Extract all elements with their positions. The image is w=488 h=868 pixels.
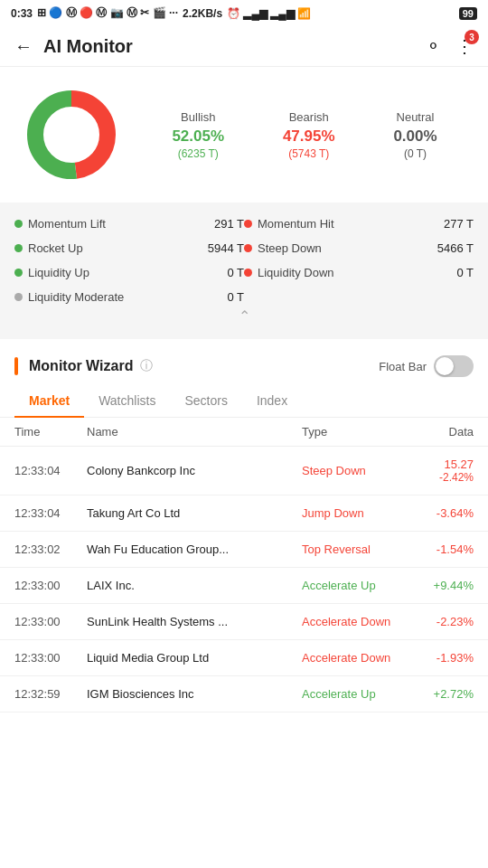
stat-row: Liquidity Down 0 T bbox=[244, 266, 474, 279]
stat-value: 277 T bbox=[444, 217, 474, 231]
info-icon[interactable]: ⓘ bbox=[140, 358, 153, 374]
search-button[interactable]: ⚬ bbox=[426, 35, 441, 57]
stat-label: Rocket Up bbox=[28, 241, 202, 255]
col-name: Name bbox=[87, 425, 302, 439]
stat-dot bbox=[244, 269, 252, 277]
table-row[interactable]: 12:33:02 Wah Fu Education Group... Top R… bbox=[0, 532, 488, 568]
tab-market[interactable]: Market bbox=[14, 384, 84, 417]
table-body: 12:33:04 Colony Bankcorp Inc Steep Down … bbox=[0, 447, 488, 712]
cell-type: Accelerate Down bbox=[302, 615, 401, 628]
neutral-label: Neutral bbox=[393, 110, 436, 124]
wizard-title-wrap: Monitor Wizard ⓘ bbox=[14, 357, 153, 375]
stat-dot bbox=[14, 220, 23, 228]
stat-value: 0 T bbox=[227, 266, 244, 279]
cell-name: Liquid Media Group Ltd bbox=[87, 651, 302, 665]
stat-row: Rocket Up 5944 T bbox=[14, 241, 244, 255]
stat-label: Liquidity Moderate bbox=[28, 290, 221, 304]
cell-name: Takung Art Co Ltd bbox=[87, 506, 302, 520]
cell-time: 12:33:00 bbox=[14, 615, 87, 628]
wizard-header: Monitor Wizard ⓘ Float Bar bbox=[0, 343, 488, 384]
stat-value: 5944 T bbox=[208, 241, 244, 255]
app-header: ← AI Monitor ⚬ ⋮ 3 bbox=[0, 26, 488, 67]
table-row[interactable]: 12:33:00 Liquid Media Group Ltd Accelera… bbox=[0, 640, 488, 676]
neutral-sub: (0 T) bbox=[393, 147, 436, 160]
col-time: Time bbox=[14, 425, 87, 439]
cell-data: -1.93% bbox=[401, 651, 474, 665]
status-signal: ⏰ ▂▄▆ ▂▄▆ 📶 bbox=[227, 7, 311, 20]
chart-legend: Bullish 52.05% (6235 T) Bearish 47.95% (… bbox=[143, 110, 466, 160]
legend-neutral: Neutral 0.00% (0 T) bbox=[393, 110, 436, 160]
table-row[interactable]: 12:33:00 LAIX Inc. Accelerate Up +9.44% bbox=[0, 568, 488, 604]
stat-value: 0 T bbox=[456, 266, 474, 279]
stat-label: Liquidity Down bbox=[258, 266, 451, 279]
cell-type: Accelerate Up bbox=[302, 579, 401, 592]
cell-name: Colony Bankcorp Inc bbox=[87, 464, 302, 477]
bearish-label: Bearish bbox=[283, 110, 335, 124]
cell-name: LAIX Inc. bbox=[87, 579, 302, 592]
page-title: AI Monitor bbox=[43, 36, 426, 57]
tab-sectors[interactable]: Sectors bbox=[170, 384, 241, 417]
cell-time: 12:33:04 bbox=[14, 464, 87, 477]
legend-bearish: Bearish 47.95% (5743 T) bbox=[283, 110, 335, 160]
stat-dot bbox=[14, 244, 23, 252]
col-type: Type bbox=[302, 425, 401, 439]
stat-value: 291 T bbox=[214, 217, 244, 231]
neutral-pct: 0.00% bbox=[393, 127, 436, 146]
stat-label: Momentum Lift bbox=[28, 217, 209, 231]
table-row[interactable]: 12:33:00 SunLink Health Systems ... Acce… bbox=[0, 604, 488, 640]
cell-type: Top Reversal bbox=[302, 542, 401, 556]
back-button[interactable]: ← bbox=[14, 36, 33, 57]
stat-row: Momentum Lift 291 T bbox=[14, 217, 244, 231]
data-sub: -2.42% bbox=[439, 471, 474, 484]
legend-bullish: Bullish 52.05% (6235 T) bbox=[172, 110, 224, 160]
cell-type: Jump Down bbox=[302, 506, 401, 520]
stats-grid: Momentum Lift 291 T Momentum Hit 277 T R… bbox=[14, 217, 474, 304]
collapse-button[interactable]: ⌃ bbox=[14, 304, 474, 325]
cell-type: Steep Down bbox=[302, 464, 401, 477]
data-main: 15.27 bbox=[444, 458, 474, 471]
status-bar: 0:33 ⊞ 🔵 Ⓜ 🔴 Ⓜ 📷 Ⓜ ✂ 🎬 ··· 2.2KB/s ⏰ ▂▄▆… bbox=[0, 0, 488, 26]
bullish-pct: 52.05% bbox=[172, 127, 224, 146]
tab-watchlists[interactable]: Watchlists bbox=[84, 384, 170, 417]
float-bar-wrap: Float Bar bbox=[379, 355, 474, 377]
stat-dot bbox=[14, 293, 23, 301]
col-data: Data bbox=[401, 425, 474, 439]
svg-point-2 bbox=[46, 109, 97, 160]
cell-data: -3.64% bbox=[401, 506, 474, 520]
header-actions: ⚬ ⋮ 3 bbox=[426, 35, 474, 57]
stat-row: Steep Down 5466 T bbox=[244, 241, 474, 255]
table-row[interactable]: 12:33:04 Takung Art Co Ltd Jump Down -3.… bbox=[0, 495, 488, 532]
table-row[interactable]: 12:33:04 Colony Bankcorp Inc Steep Down … bbox=[0, 447, 488, 495]
more-options-button[interactable]: ⋮ 3 bbox=[455, 35, 474, 57]
stat-dot bbox=[244, 220, 252, 228]
tab-index[interactable]: Index bbox=[242, 384, 302, 417]
stat-row: Momentum Hit 277 T bbox=[244, 217, 474, 231]
stat-placeholder bbox=[244, 290, 474, 304]
cell-data: +2.72% bbox=[401, 687, 474, 701]
status-time: 0:33 bbox=[11, 7, 33, 20]
cell-data: +9.44% bbox=[401, 579, 474, 592]
cell-time: 12:33:00 bbox=[14, 651, 87, 665]
wizard-title: Monitor Wizard bbox=[29, 358, 133, 374]
cell-time: 12:33:00 bbox=[14, 579, 87, 592]
stat-value: 0 T bbox=[227, 290, 244, 304]
cell-name: SunLink Health Systems ... bbox=[87, 615, 302, 628]
stat-row: Liquidity Up 0 T bbox=[14, 266, 244, 279]
toggle-knob bbox=[436, 357, 454, 375]
float-bar-label: Float Bar bbox=[379, 360, 427, 373]
stat-label: Liquidity Up bbox=[28, 266, 221, 279]
float-bar-toggle[interactable] bbox=[434, 355, 474, 377]
table-row[interactable]: 12:32:59 IGM Biosciences Inc Accelerate … bbox=[0, 676, 488, 712]
cell-time: 12:33:02 bbox=[14, 542, 87, 556]
stat-dot bbox=[14, 269, 23, 277]
cell-name: IGM Biosciences Inc bbox=[87, 687, 302, 701]
cell-type: Accelerate Down bbox=[302, 651, 401, 665]
stat-label: Momentum Hit bbox=[258, 217, 438, 231]
chart-section: Bullish 52.05% (6235 T) Bearish 47.95% (… bbox=[0, 67, 488, 203]
status-left: 0:33 ⊞ 🔵 Ⓜ 🔴 Ⓜ 📷 Ⓜ ✂ 🎬 ··· 2.2KB/s ⏰ ▂▄▆… bbox=[11, 5, 311, 21]
bearish-sub: (5743 T) bbox=[283, 147, 335, 160]
status-icons: ⊞ 🔵 Ⓜ 🔴 Ⓜ 📷 Ⓜ ✂ 🎬 ··· bbox=[37, 5, 178, 21]
status-speed: 2.2KB/s bbox=[183, 7, 222, 20]
stats-section: Momentum Lift 291 T Momentum Hit 277 T R… bbox=[0, 203, 488, 339]
notification-badge: 3 bbox=[465, 30, 479, 44]
